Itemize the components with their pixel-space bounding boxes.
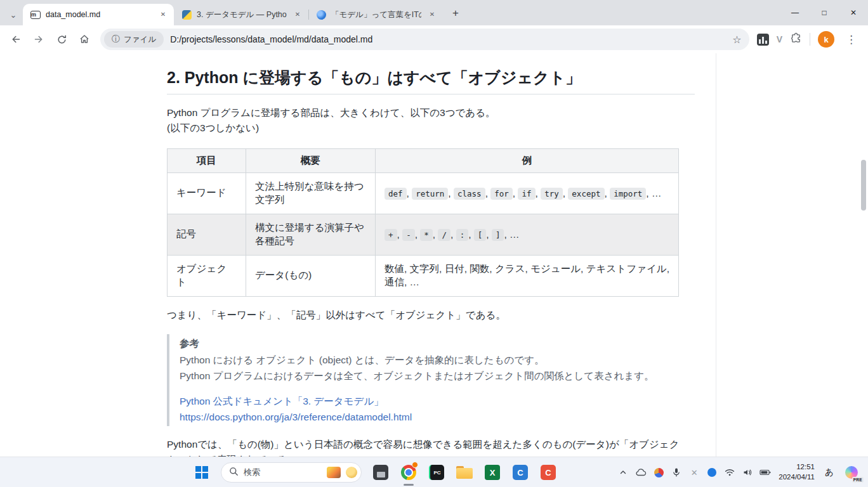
python-docs-url-link[interactable]: https://docs.python.org/ja/3/reference/d…	[180, 409, 695, 425]
url-text[interactable]: D:/projects/lessons/data_model/md/data_m…	[170, 34, 726, 44]
excel-icon: X	[485, 465, 500, 480]
file-scheme-chip[interactable]: ⓘ ファイル	[104, 31, 164, 48]
page-viewport: 2. Python に登場する「もの」はすべて「オブジェクト」 Python プ…	[0, 53, 868, 457]
volume-icon[interactable]	[739, 460, 756, 485]
onedrive-cloud-icon[interactable]	[633, 460, 649, 485]
code-list: +, -, *, /, :, [, ], …	[385, 229, 520, 240]
reference-title: 参考	[180, 335, 695, 351]
minimize-button[interactable]: —	[780, 0, 810, 25]
windows-taskbar: 検索 PC X C C	[0, 457, 868, 487]
close-button[interactable]: ✕	[839, 0, 868, 25]
inline-code: except	[568, 188, 604, 200]
search-highlight-image-icon[interactable]	[327, 467, 341, 478]
tray-chevron-up-icon[interactable]	[615, 460, 631, 485]
profile-avatar[interactable]: k	[818, 31, 834, 48]
tab-close-icon[interactable]: ✕	[292, 9, 303, 20]
markdown-favicon-icon: m	[30, 10, 41, 20]
intro-line-1: Python プログラムに登場する部品は、大きくわけて、以下の3つである。	[167, 105, 695, 120]
inline-code: ]	[492, 229, 504, 241]
tab-close-icon[interactable]: ✕	[426, 9, 438, 20]
tab-model-article[interactable]: 「モデル」って言葉をITの世界でよく使 ✕	[308, 4, 443, 25]
closing-paragraph: Pythonでは、「もの(物)」という日本語の概念で容易に想像できる範囲を超えた…	[167, 437, 695, 457]
column-header-example: 例	[376, 148, 679, 172]
taskbar-clock[interactable]: 12:51 2024/04/11	[779, 462, 815, 482]
taskbar-search-box[interactable]: 検索	[221, 462, 362, 483]
reference-blockquote: 参考 Python における オブジェクト (object) とは、データを抽象…	[167, 334, 695, 426]
battery-icon[interactable]	[757, 460, 773, 485]
extension-area: V k ⋮	[757, 31, 860, 48]
inline-code: :	[456, 229, 469, 241]
address-bar[interactable]: ⓘ ファイル D:/projects/lessons/data_model/md…	[100, 29, 749, 50]
microphone-icon[interactable]	[668, 460, 685, 485]
bookmark-star-icon[interactable]: ☆	[732, 34, 741, 46]
blue-site-favicon-icon	[316, 10, 326, 20]
v-extension-icon[interactable]: V	[777, 34, 782, 44]
forward-button[interactable]	[28, 29, 49, 50]
chrome-menu-icon[interactable]: ⋮	[842, 33, 860, 46]
conclusion-paragraph: つまり、「キーワード」、「記号」以外はすべて「オブジェクト」である。	[167, 308, 695, 323]
toolbar-divider	[810, 33, 810, 46]
table-row-symbol: 記号 構文に登場する演算子や各種記号 +, -, *, /, :, [, ], …	[168, 214, 679, 255]
wifi-icon[interactable]	[721, 460, 738, 485]
tray-blue-dot-icon[interactable]	[704, 460, 720, 485]
inline-code: def	[385, 188, 407, 200]
column-header-item: 項目	[168, 148, 246, 172]
cell-example: +, -, *, /, :, [, ], …	[376, 214, 679, 255]
cell-desc: データ(もの)	[246, 255, 376, 296]
search-icon	[229, 467, 239, 479]
python-docs-link[interactable]: Python 公式ドキュメント「3. データモデル」	[180, 393, 695, 409]
ime-indicator[interactable]: あ	[821, 467, 838, 478]
file-chip-label: ファイル	[124, 34, 156, 45]
inline-code: -	[402, 229, 415, 241]
taskbar-chrome-button[interactable]	[396, 457, 421, 487]
chrome-notification-badge	[412, 462, 418, 468]
browser-window: ⌄ m data_model.md ✕ 3. データモデル — Python 3…	[0, 0, 868, 487]
tray-close-icon[interactable]: ✕	[686, 460, 702, 485]
tab-strip: ⌄ m data_model.md ✕ 3. データモデル — Python 3…	[0, 0, 868, 25]
page-heading: 2. Python に登場する「もの」はすべて「オブジェクト」	[167, 67, 695, 94]
vertical-scrollbar[interactable]	[861, 160, 866, 211]
pycharm-icon: PC	[429, 465, 444, 480]
extensions-puzzle-icon[interactable]	[790, 32, 802, 47]
date-text: 2024/04/11	[779, 472, 815, 483]
start-button[interactable]	[189, 457, 214, 487]
tab-search-chevron-icon[interactable]: ⌄	[4, 4, 23, 25]
inline-code: class	[454, 188, 485, 200]
cell-item: 記号	[168, 214, 246, 255]
inline-code: [	[474, 229, 487, 241]
column-header-desc: 概要	[246, 148, 376, 172]
taskbar-red-c-app-button[interactable]: C	[536, 457, 561, 487]
tab-close-icon[interactable]: ✕	[157, 9, 169, 20]
home-button[interactable]	[74, 29, 95, 50]
browser-toolbar: ⓘ ファイル D:/projects/lessons/data_model/md…	[0, 25, 868, 53]
content-right-divider	[716, 53, 716, 457]
cell-item: キーワード	[168, 172, 246, 214]
markdown-viewer-extension-icon[interactable]	[757, 34, 769, 46]
taskbar-blue-c-app-button[interactable]: C	[508, 457, 533, 487]
search-rewards-icon[interactable]	[346, 467, 357, 478]
copilot-button[interactable]: PRE	[839, 460, 864, 485]
cell-example: def, return, class, for, if, try, except…	[376, 172, 679, 214]
cell-item: オブジェクト	[168, 255, 246, 296]
info-icon: ⓘ	[112, 34, 120, 45]
tray-color-app-icon[interactable]	[650, 460, 667, 485]
inline-code: for	[490, 188, 513, 200]
search-placeholder: 検索	[244, 467, 322, 478]
taskbar-app-dark-icon[interactable]	[368, 457, 393, 487]
taskbar-excel-button[interactable]: X	[480, 457, 505, 487]
new-tab-button[interactable]: +	[447, 4, 464, 22]
tab-title: 「モデル」って言葉をITの世界でよく使	[331, 10, 421, 20]
cell-desc: 構文に登場する演算子や各種記号	[246, 214, 376, 255]
reload-button[interactable]	[51, 29, 72, 50]
intro-paragraph: Python プログラムに登場する部品は、大きくわけて、以下の3つである。 (以…	[167, 105, 695, 136]
tab-python-docs[interactable]: 3. データモデル — Python 3.12.3 ド ✕	[174, 4, 308, 25]
taskbar-pycharm-button[interactable]: PC	[424, 457, 449, 487]
dark-app-icon	[373, 465, 388, 480]
tab-data-model[interactable]: m data_model.md ✕	[23, 4, 174, 25]
maximize-button[interactable]: □	[810, 0, 839, 25]
object-table: 項目 概要 例 キーワード 文法上特別な意味を持つ文字列 def, return…	[167, 148, 679, 297]
taskbar-file-explorer-button[interactable]	[452, 457, 477, 487]
cell-example: 数値, 文字列, 日付, 関数, クラス, モジュール, テキストファイル, 通…	[376, 255, 679, 296]
inline-code: /	[438, 229, 450, 241]
back-button[interactable]	[5, 29, 27, 50]
